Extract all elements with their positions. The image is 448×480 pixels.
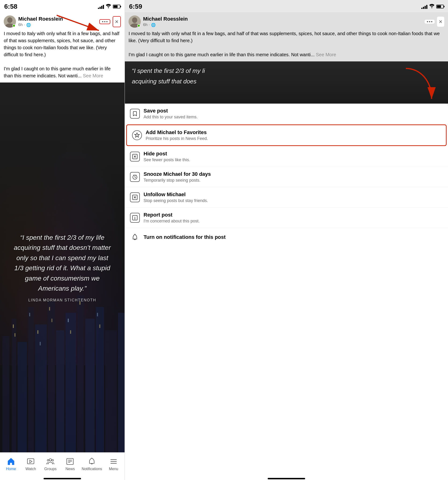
report-subtitle: I'm concerned about this post. (144, 219, 443, 224)
left-status-icons (98, 4, 120, 9)
right-author-name: Michael Roesslein (143, 16, 188, 22)
svg-rect-10 (35, 324, 47, 452)
nav-news[interactable]: News (62, 457, 78, 471)
left-post-card: Michael Roesslein 6h · 🌐 × I moved to (0, 12, 124, 83)
left-home-indicator (44, 478, 81, 479)
bell-icon (130, 232, 140, 242)
svg-rect-25 (52, 319, 52, 322)
svg-rect-16 (96, 307, 104, 452)
right-post-text-p1: I moved to Italy with only what fit in a… (129, 31, 440, 43)
svg-rect-20 (14, 333, 15, 337)
svg-point-32 (49, 459, 52, 461)
left-status-bar: 6:58 (0, 0, 124, 12)
left-author-name: Michael Roesslein (18, 16, 63, 22)
menu-item-add-favorites[interactable]: Add Michael to Favorites Prioritize his … (126, 124, 447, 146)
right-post-meta: 6h · 🌐 (143, 22, 188, 27)
svg-rect-17 (105, 330, 117, 452)
left-close-button[interactable]: × (113, 16, 121, 27)
report-text: Report post I'm concerned about this pos… (144, 212, 443, 224)
svg-rect-30 (99, 324, 100, 328)
right-time: 6:59 (129, 3, 142, 10)
left-more-options-button[interactable] (99, 19, 110, 24)
nav-home-label: Home (6, 467, 16, 471)
unfollow-icon (130, 192, 140, 202)
svg-point-60 (135, 219, 135, 219)
left-time: 6:58 (4, 3, 17, 10)
notifications-title: Turn on notifications for this post (144, 234, 443, 240)
nav-notifications-label: Notifications (82, 467, 102, 471)
nav-groups-label: Groups (44, 467, 56, 471)
snooze-title: Snooze Michael for 30 days (144, 171, 443, 177)
svg-rect-14 (77, 295, 84, 452)
menu-item-notifications[interactable]: Turn on notifications for this post (125, 228, 448, 246)
svg-point-3 (7, 17, 12, 23)
hide-post-title: Hide post (144, 151, 443, 157)
right-see-more[interactable]: See More (316, 52, 336, 57)
right-post-card: Michael Roesslein 6h · 🌐 × I moved to It… (125, 12, 448, 61)
svg-rect-8 (18, 342, 27, 452)
add-favorites-text: Add Michael to Favorites Prioritize his … (146, 129, 441, 141)
menu-item-hide-post[interactable]: Hide post See fewer posts like this. (125, 147, 448, 167)
svg-point-33 (47, 460, 49, 461)
right-author-details: Michael Roesslein 6h · 🌐 (143, 16, 188, 27)
right-post-text-p2: I'm glad I caught on to this game much e… (129, 52, 315, 57)
svg-rect-11 (48, 301, 55, 452)
nav-menu[interactable]: Menu (105, 457, 122, 471)
svg-rect-19 (13, 324, 14, 328)
left-author-info: Michael Roesslein 6h · 🌐 (4, 15, 63, 28)
exclamation-icon (130, 213, 140, 223)
left-post-text: I moved to Italy with only what fit in a… (0, 30, 124, 83)
left-quote-text-block: “I spent the first 2/3 of my life acquir… (6, 228, 118, 307)
menu-item-unfollow[interactable]: Unfollow Michael Stop seeing posts but s… (125, 187, 448, 208)
right-quote-partial: “I spent the first 2/3 of my li acquirin… (125, 61, 448, 104)
bookmark-icon (130, 109, 140, 119)
svg-rect-15 (85, 319, 95, 452)
svg-rect-7 (12, 319, 16, 452)
svg-rect-9 (28, 307, 34, 452)
add-favorites-title: Add Michael to Favorites (146, 129, 441, 135)
svg-point-44 (132, 17, 137, 23)
svg-rect-31 (28, 459, 34, 464)
svg-line-52 (135, 177, 136, 178)
left-panel: 6:58 (0, 0, 125, 480)
svg-rect-26 (68, 319, 69, 322)
svg-rect-6 (2, 336, 9, 452)
nav-home[interactable]: Home (3, 457, 19, 471)
nav-notifications[interactable]: Notifications (82, 457, 102, 471)
right-close-button[interactable]: × (437, 17, 444, 27)
left-post-meta: 6h · 🌐 (18, 22, 63, 27)
svg-rect-23 (40, 342, 41, 346)
svg-point-34 (52, 460, 54, 461)
x-square-icon (130, 152, 140, 162)
notifications-text: Turn on notifications for this post (144, 234, 443, 240)
unfollow-text: Unfollow Michael Stop seeing posts but s… (144, 191, 443, 203)
clock-icon (130, 172, 140, 182)
menu-item-snooze[interactable]: Snooze Michael for 30 days Temporarily s… (125, 167, 448, 187)
right-battery-icon (436, 5, 444, 8)
nav-groups[interactable]: Groups (42, 457, 59, 471)
right-post-header: Michael Roesslein 6h · 🌐 × (125, 12, 448, 30)
right-globe-icon: 🌐 (151, 23, 156, 27)
right-status-icons (421, 4, 444, 9)
right-more-options-button[interactable] (425, 20, 435, 24)
right-wifi-icon (429, 4, 434, 9)
online-indicator (12, 24, 15, 27)
nav-watch[interactable]: Watch (22, 457, 39, 471)
right-quote-line2: acquiring stuff that does (132, 78, 196, 85)
unfollow-title: Unfollow Michael (144, 191, 443, 198)
left-quote-image: “I spent the first 2/3 of my life acquir… (0, 83, 124, 452)
right-quote-line1: “I spent the first 2/3 of my li (132, 67, 205, 75)
menu-item-report[interactable]: Report post I'm concerned about this pos… (125, 208, 448, 228)
battery-icon (113, 5, 120, 8)
snooze-subtitle: Temporarily stop seeing posts. (144, 178, 443, 183)
left-avatar-wrapper (4, 15, 16, 28)
unfollow-subtitle: Stop seeing posts but stay friends. (144, 198, 443, 203)
menu-item-save-post[interactable]: Save post Add this to your saved items. (125, 104, 448, 124)
left-quote-main: “I spent the first 2/3 of my life acquir… (11, 233, 114, 293)
left-see-more[interactable]: See More (83, 73, 103, 78)
left-author-details: Michael Roesslein 6h · 🌐 (18, 16, 63, 27)
left-post-header: Michael Roesslein 6h · 🌐 × (0, 12, 124, 30)
svg-rect-22 (37, 330, 38, 334)
right-avatar-wrapper (129, 15, 141, 28)
svg-rect-24 (49, 307, 50, 311)
